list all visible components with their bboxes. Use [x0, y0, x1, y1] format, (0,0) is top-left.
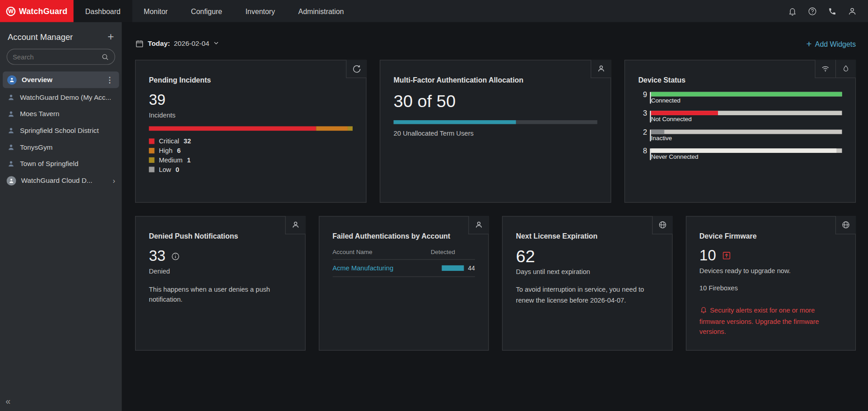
legend-item-medium: Medium 1: [149, 156, 353, 165]
widget-source-icons: [468, 216, 489, 234]
widget-failed-authentications: Failed Authentications by Account Accoun…: [319, 216, 489, 351]
license-days-count: 62: [516, 247, 658, 266]
legend-item-critical: Critical 32: [149, 137, 353, 146]
nav-tab-administration[interactable]: Administration: [286, 0, 355, 22]
sidebar-header: Account Manager +: [0, 22, 122, 49]
widget-row-2: Denied Push Notifications 33 Denied This…: [135, 216, 856, 351]
denied-description: This happens when a user denies a push n…: [149, 284, 291, 305]
add-account-button[interactable]: +: [107, 31, 114, 42]
account-person-icon: [7, 93, 15, 101]
sidebar-collapse-button[interactable]: «: [5, 396, 10, 406]
page-layout: Account Manager + Overview ⋮: [0, 22, 868, 411]
nav-tab-inventory[interactable]: Inventory: [234, 0, 287, 22]
search-icon: [101, 53, 109, 61]
legend-label: Critical: [159, 137, 179, 145]
account-link[interactable]: Acme Manufacturing: [332, 264, 441, 272]
legend-item-high: High 6: [149, 146, 353, 156]
help-icon[interactable]: [804, 3, 820, 20]
bar-fill: [651, 130, 664, 134]
info-icon[interactable]: [171, 252, 180, 261]
globe-icon: [652, 216, 672, 234]
widget-mfa-allocation: Multi-Factor Authentication Allocation 3…: [380, 60, 611, 203]
legend-value: 0: [175, 166, 179, 173]
alert-bell-icon: [699, 306, 707, 317]
sidebar-title: Account Manager: [8, 32, 73, 41]
bar-track: [651, 92, 842, 97]
legend-label: High: [159, 147, 173, 155]
account-person-icon: [7, 110, 15, 118]
sidebar-item-label: TonysGym: [20, 143, 115, 151]
sidebar-item-tonysgym[interactable]: TonysGym: [0, 139, 122, 156]
incident-count-label: Incidents: [149, 111, 353, 119]
date-value: 2026-02-04: [174, 40, 209, 48]
mfa-allocation-value: 30 of 50: [393, 92, 597, 111]
sidebar-item-moes-tavern[interactable]: Moes Tavern: [0, 106, 122, 122]
severity-legend: Critical 32 High 6 Medium 1: [149, 137, 353, 174]
sidebar-item-label: WatchGuard Demo (My Acc...: [20, 93, 115, 101]
widget-title: Denied Push Notifications: [149, 232, 291, 240]
widget-title: Device Status: [638, 76, 842, 84]
sync-icon: [346, 60, 366, 78]
device-status-chart: 9 Connected 3: [638, 92, 842, 160]
account-icon[interactable]: [844, 3, 860, 20]
bar-plot: Not Connected: [650, 111, 842, 122]
sidebar-item-label: Springfield School District: [20, 127, 115, 135]
plus-icon: +: [806, 39, 812, 49]
widget-source-icons: [346, 60, 366, 78]
incident-count: 39: [149, 92, 353, 108]
device-status-label: Connected: [651, 97, 842, 104]
add-widgets-button[interactable]: + Add Widgets: [806, 39, 856, 49]
firmware-count: 10: [699, 248, 716, 264]
device-status-label: Not Connected: [651, 116, 842, 122]
calendar-icon: [135, 39, 144, 49]
account-person-icon: [7, 127, 15, 135]
sidebar-item-springfield-school-district[interactable]: Springfield School District: [0, 122, 122, 139]
widget-title: Failed Authentications by Account: [332, 232, 475, 240]
alert-text: Security alerts exist for one or more fi…: [699, 307, 819, 336]
nav-tab-monitor[interactable]: Monitor: [132, 0, 179, 22]
chevron-right-icon[interactable]: ›: [113, 176, 115, 185]
bar-fill: [651, 92, 842, 97]
date-range-selector[interactable]: Today: 2026-02-04: [135, 39, 219, 49]
widget-device-firmware: Device Firmware 10 Devices ready to upgr…: [686, 216, 856, 351]
nav-tab-dashboard[interactable]: Dashboard: [73, 0, 132, 22]
sidebar-search: [7, 49, 115, 64]
kebab-menu-icon[interactable]: ⋮: [105, 75, 115, 84]
watchguard-cloud-app: W WatchGuard Dashboard Monitor Configure…: [0, 0, 868, 411]
notifications-bell-icon[interactable]: [784, 3, 800, 20]
nav-tab-configure[interactable]: Configure: [179, 0, 234, 22]
device-count: 2: [638, 130, 647, 135]
device-status-row-inactive: 2 Inactive: [638, 130, 842, 142]
widget-source-icons: [591, 60, 611, 78]
upgrade-icon: [722, 251, 731, 261]
failed-auth-table: Account Name Detected Acme Manufacturing…: [332, 249, 475, 277]
legend-label: Medium: [159, 157, 183, 164]
table-row: Acme Manufacturing 44: [332, 260, 475, 277]
legend-value: 1: [187, 157, 190, 164]
device-status-label: Never Connected: [651, 153, 842, 160]
brand-name: WatchGuard: [19, 7, 68, 16]
sidebar-item-watchguard-demo[interactable]: WatchGuard Demo (My Acc...: [0, 89, 122, 106]
bar-track: [651, 130, 842, 134]
search-input[interactable]: [13, 53, 101, 61]
sidebar-item-town-of-springfield[interactable]: Town of Springfield: [0, 156, 122, 172]
license-count-label: Days until next expiration: [516, 268, 658, 276]
authpoint-user-icon: [468, 216, 489, 234]
device-count: 8: [638, 148, 647, 154]
legend-value: 6: [177, 147, 180, 155]
legend-swatch: [149, 148, 155, 153]
sidebar-item-watchguard-cloud[interactable]: WatchGuard Cloud D... ›: [0, 172, 122, 189]
legend-swatch: [149, 167, 155, 172]
denied-count-row: 33: [149, 248, 291, 264]
device-status-label: Inactive: [651, 135, 842, 142]
sidebar-item-label: Town of Springfield: [20, 160, 115, 168]
widget-source-icons: [652, 216, 672, 234]
account-manager-sidebar: Account Manager + Overview ⋮: [0, 22, 122, 411]
globe-icon: [835, 216, 856, 234]
sidebar-item-overview[interactable]: Overview ⋮: [3, 72, 119, 88]
phone-support-icon[interactable]: [824, 3, 840, 20]
bar-plot: Never Connected: [650, 148, 842, 160]
dashboard-toolbar: Today: 2026-02-04 + Add Widgets: [135, 35, 856, 52]
watchguard-logo[interactable]: W WatchGuard: [0, 0, 73, 22]
table-header: Account Name Detected: [332, 249, 475, 259]
